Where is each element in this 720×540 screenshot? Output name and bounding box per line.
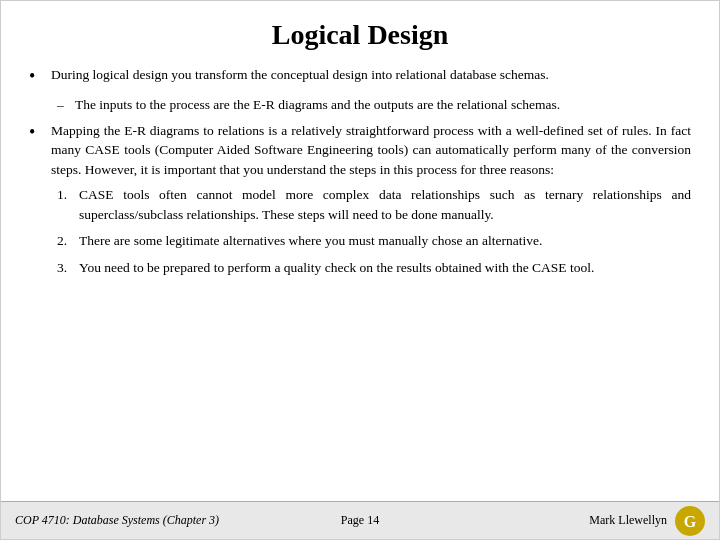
num-symbol-1: 1. — [57, 185, 79, 205]
num-text-3: You need to be prepared to perform a qua… — [79, 258, 691, 278]
num-symbol-2: 2. — [57, 231, 79, 251]
numbered-item-3: 3. You need to be prepared to perform a … — [57, 258, 691, 278]
footer-course: COP 4710: Database Systems (Chapter 3) — [15, 513, 245, 528]
numbered-item-2: 2. There are some legitimate alternative… — [57, 231, 691, 251]
footer-logo: G — [675, 506, 705, 536]
footer-author: Mark Llewellyn G — [475, 506, 705, 536]
num-text-1: CASE tools often cannot model more compl… — [79, 185, 691, 224]
bullet-text-1: During logical design you transform the … — [51, 65, 691, 85]
bullet-text-2: Mapping the E-R diagrams to relations is… — [51, 121, 691, 180]
sub-item-1: – The inputs to the process are the E-R … — [57, 95, 691, 115]
sub-symbol-1: – — [57, 95, 75, 115]
bullet-symbol-2: • — [29, 119, 51, 145]
footer-author-text: Mark Llewellyn — [589, 513, 667, 528]
numbered-item-1: 1. CASE tools often cannot model more co… — [57, 185, 691, 224]
svg-text:G: G — [684, 513, 697, 530]
sub-text-1: The inputs to the process are the E-R di… — [75, 95, 691, 115]
bullet-item-1: • During logical design you transform th… — [29, 65, 691, 89]
slide-footer: COP 4710: Database Systems (Chapter 3) P… — [1, 501, 719, 539]
footer-page: Page 14 — [245, 513, 475, 528]
slide-content: • During logical design you transform th… — [1, 61, 719, 501]
bullet-symbol-1: • — [29, 63, 51, 89]
num-symbol-3: 3. — [57, 258, 79, 278]
num-text-2: There are some legitimate alternatives w… — [79, 231, 691, 251]
bullet-item-2: • Mapping the E-R diagrams to relations … — [29, 121, 691, 180]
slide: Logical Design • During logical design y… — [0, 0, 720, 540]
slide-title: Logical Design — [1, 1, 719, 61]
